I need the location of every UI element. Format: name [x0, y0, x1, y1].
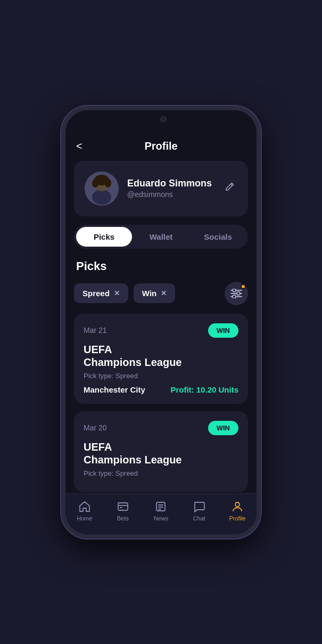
nav-chat[interactable]: Chat: [180, 498, 218, 524]
pick-league-title-2: UEFA Champions League: [84, 441, 238, 466]
home-icon: [78, 500, 91, 513]
nav-news[interactable]: News: [142, 498, 180, 524]
tab-wallet[interactable]: Wallet: [133, 227, 189, 247]
nav-chat-label: Chat: [193, 515, 205, 521]
profile-name: Eduardo Simmons: [127, 178, 213, 189]
notch: [128, 110, 195, 128]
nav-news-label: News: [154, 515, 169, 521]
svg-rect-12: [118, 503, 128, 510]
picks-section-title: Picks: [65, 259, 257, 282]
pick-date-2: Mar 20: [84, 423, 107, 432]
chat-icon: [193, 500, 205, 513]
pick-type-1: Pick type: Spreed: [84, 372, 238, 380]
pick-card-2-header: Mar 20 WIN: [84, 421, 238, 435]
pick-card-1: Mar 21 WIN UEFA Champions League Pick ty…: [74, 314, 248, 404]
camera: [160, 116, 167, 123]
filter-chip-spreed[interactable]: Spreed ✕: [74, 283, 128, 303]
news-icon: [154, 500, 167, 513]
pick-card-2: Mar 20 WIN UEFA Champions League Pick ty…: [74, 411, 248, 492]
pick-footer-1: Manchester City Profit: 10.20 Units: [84, 385, 238, 394]
pick-profit-1: Profit: 10.20 Units: [170, 385, 238, 394]
filter-button[interactable]: [225, 282, 248, 305]
svg-point-11: [233, 295, 236, 298]
svg-point-19: [235, 502, 240, 507]
svg-point-5: [105, 179, 111, 188]
win-badge-2: WIN: [208, 421, 238, 435]
avatar: [85, 172, 119, 206]
bets-icon: [117, 500, 129, 513]
remove-win-icon[interactable]: ✕: [161, 289, 167, 297]
pick-league-title-1: UEFA Champions League: [84, 343, 238, 369]
nav-home[interactable]: Home: [65, 498, 104, 524]
nav-profile[interactable]: Profile: [218, 498, 257, 524]
remove-spreed-icon[interactable]: ✕: [114, 289, 120, 297]
nav-home-label: Home: [77, 515, 92, 521]
pick-date-1: Mar 21: [84, 326, 107, 335]
nav-bets-label: Bets: [117, 515, 129, 521]
filter-row: Spreed ✕ Win ✕: [65, 282, 257, 314]
tab-switcher: Picks Wallet Socials: [74, 225, 248, 249]
pick-card-1-header: Mar 21 WIN: [84, 323, 238, 338]
svg-point-9: [233, 289, 236, 292]
screen: < Profile Eduardo Simmo: [65, 110, 257, 534]
profile-card: Eduardo Simmons @edsimmons: [74, 161, 248, 216]
profile-icon: [231, 500, 244, 513]
svg-point-4: [92, 179, 98, 188]
bottom-nav: Home Bets: [65, 493, 257, 534]
edit-button[interactable]: [221, 179, 237, 198]
svg-point-10: [237, 292, 240, 295]
tab-picks[interactable]: Picks: [76, 227, 132, 247]
svg-point-1: [92, 190, 111, 205]
profile-handle: @edsimmons: [127, 190, 213, 199]
header: < Profile: [65, 134, 257, 161]
filter-chip-win[interactable]: Win ✕: [134, 283, 175, 303]
nav-profile-label: Profile: [229, 515, 245, 521]
tab-socials[interactable]: Socials: [190, 227, 246, 247]
back-button[interactable]: <: [76, 140, 82, 152]
filter-dot: [241, 284, 246, 289]
win-badge-1: WIN: [208, 323, 238, 338]
pick-team-1: Manchester City: [84, 385, 145, 394]
phone-frame: < Profile Eduardo Simmo: [61, 106, 261, 539]
profile-info: Eduardo Simmons @edsimmons: [127, 178, 213, 199]
page-title: Profile: [144, 140, 177, 152]
pick-type-2: Pick type: Spreed: [84, 469, 238, 477]
nav-bets[interactable]: Bets: [104, 498, 142, 524]
